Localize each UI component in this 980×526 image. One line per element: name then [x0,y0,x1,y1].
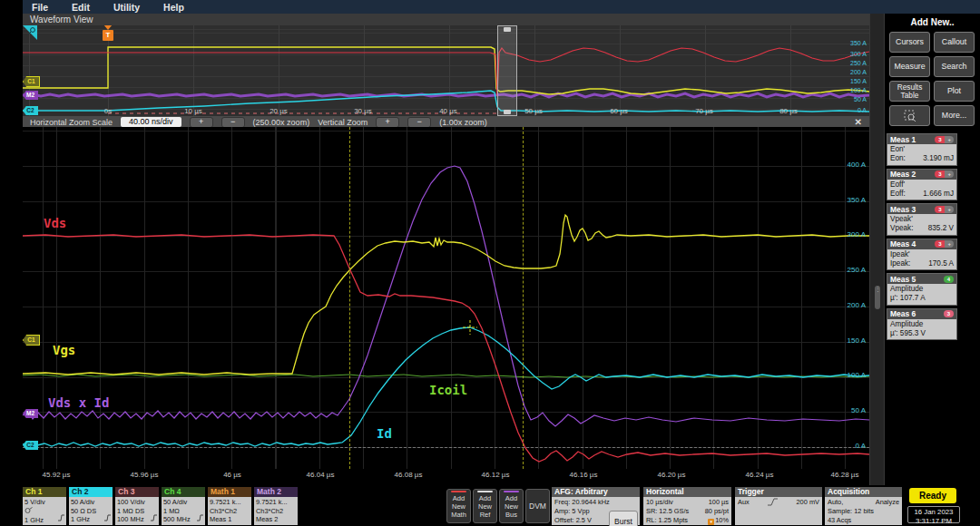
zoom-close-icon[interactable]: ✕ [855,117,862,127]
results-table-button[interactable]: Results Table [889,81,930,102]
zoom-select-icon [904,110,916,122]
acquisition-panel[interactable]: Acquisition Auto,Analyze Sample: 12 bits… [825,487,902,525]
measure-button[interactable]: Measure [889,56,930,77]
trigger-panel[interactable]: Trigger Aux 200 mV [735,487,822,525]
meas-value: 835.2 V [928,224,954,233]
main-y-label: 0 A [829,442,866,450]
ch-name: Math 2 [254,487,298,497]
menu-utility[interactable]: Utility [113,2,140,13]
overview-vgs-trace [23,47,869,94]
meas-source-pill[interactable]: 3 [944,310,954,317]
overview-zoom-icon[interactable] [23,25,37,40]
ch-scale: 50 A/div [163,498,203,507]
add-new-math-button[interactable]: Add New Math [446,489,471,523]
meas-source-pill[interactable]: 3+ [935,206,954,213]
math2-badge[interactable]: Math 2 9.7521 k... Ch3*Ch2 Meas 2 [254,487,298,525]
ch4-badge[interactable]: Ch 4 50 A/div 1 MΩ 500 MHz [162,487,205,525]
burst-button[interactable]: Burst [609,511,638,526]
meas-6-badge[interactable]: Meas 6 3 Amplitude µ': 595.3 V [887,308,957,341]
meas-5-badge[interactable]: Meas 5 4 Amplitude µ': 107.7 A [887,273,957,306]
vds-x-id-trace-label: Vds x Id [48,395,109,410]
cursor-b-line[interactable] [523,127,524,469]
meas-line1: Ipeak' [890,250,954,259]
ch-scale: 5 V/div [24,498,64,507]
zoom-window-handle[interactable] [497,25,517,116]
meas-value: 107.7 A [900,294,926,302]
math-expression: Ch3*Ch2 [210,507,250,516]
afg-panel[interactable]: AFG: Arbitrary Freq: 20.9644 kHz Amp: 5 … [552,487,640,525]
meas-name: Meas 2 [890,170,916,179]
meas-1-badge[interactable]: Meas 1 3+ Eon' Eon:3.190 mJ [887,133,957,166]
more-button[interactable]: More... [934,105,975,126]
vzoom-plus-button[interactable]: + [376,117,399,128]
meas-source-pill[interactable]: 3+ [935,170,954,178]
menu-file[interactable]: File [32,2,48,13]
vgs-trace-label: Vgs [53,343,75,357]
trigger-title: Trigger [735,487,822,497]
ch2-badge[interactable]: Ch 2 50 A/div 50 Ω DS 1 GHz [69,487,113,525]
bandwidth-limit-icon [103,514,112,524]
dvm-button[interactable]: DVM [525,489,550,523]
overview-x-label: 40 µs [430,107,466,115]
add-new-bus-button[interactable]: Add New Bus [499,489,524,523]
ch3-badge[interactable]: Ch 3 100 V/div 1 MΩ DS 100 MHz [115,487,159,525]
zoom-select-button[interactable] [889,105,930,126]
trigger-marker[interactable]: T [103,30,113,41]
hzoom-scale-input[interactable]: 40.00 ns/div [121,117,181,127]
divider-drag-handle[interactable]: ⋮ [875,286,880,309]
meas-name: Meas 1 [890,135,916,144]
ch-scale: 50 A/div [71,498,111,507]
trigger-level: 200 mV [797,498,819,509]
main-y-label: 200 A [829,301,866,309]
math-scale: 9.7521 k... [210,498,250,507]
overview-y-label: 100 A [850,87,867,94]
dvm-label: DVM [529,502,546,511]
overview-vds-trace [23,48,869,96]
main-x-label: 46 µs [208,471,257,479]
trigger-source: Aux [738,498,750,509]
math1-badge[interactable]: Math 1 9.7521 k... Ch3*Ch2 Meas 1 [208,487,251,525]
sample-rate: SR: 12.5 GS/s [646,507,689,516]
hzoom-minus-button[interactable]: − [221,117,245,128]
acq-mode: Auto, [828,498,843,507]
hzoom-label: Horizontal Zoom Scale [30,118,113,127]
math-source: Meas 2 [256,515,296,524]
add-new-grid: Cursors Callout Measure Search Results T… [885,27,980,126]
meas-value: 1.666 mJ [923,190,954,199]
menu-help[interactable]: Help [163,2,184,13]
menu-edit[interactable]: Edit [72,2,90,13]
measurement-list: Meas 1 3+ Eon' Eon:3.190 mJ Meas 2 3+ Eo… [885,133,980,340]
plot-button[interactable]: Plot [934,81,975,102]
meas-source-pill[interactable]: 3+ [935,240,954,248]
math-source: Meas 1 [210,515,250,524]
peak-crosshair-cursor[interactable] [463,320,477,335]
main-x-label: 45.96 µs [120,471,169,479]
horizontal-panel[interactable]: Horizontal 10 µs/div100 µs SR: 12.5 GS/s… [643,487,731,525]
add-new-ref-button[interactable]: Add New Ref [473,489,497,523]
overview-plot: T C1 M2 C2 350 A 300 A 250 A 200 A 150 A… [23,25,869,116]
ch-name: Ch 4 [162,487,205,497]
ch1-badge[interactable]: Ch 1 5 V/div 1 GHz [23,487,66,525]
afg-amp: Amp: 5 Vpp [554,507,611,516]
math-expression: Ch3*Ch2 [256,507,296,516]
meas-3-badge[interactable]: Meas 3 3+ Vpeak' Vpeak:835.2 V [887,203,957,236]
cursor-a-line[interactable] [349,127,350,469]
acquisition-title: Acquisition [825,487,902,497]
meas-2-badge[interactable]: Meas 2 3+ Eoff' Eoff:1.666 mJ [887,169,957,201]
overview-x-label: 60 µs [601,107,637,115]
meas-value: 595.3 V [900,329,926,337]
meas-line1: Eon' [890,145,954,154]
meas-4-badge[interactable]: Meas 4 3+ Ipeak' Ipeak:170.5 A [887,239,957,271]
hzoom-plus-button[interactable]: + [190,117,213,128]
meas-line1: Vpeak' [890,215,954,224]
callout-button[interactable]: Callout [934,32,975,53]
main-x-label: 46.04 µs [296,471,345,479]
right-panel: Add New.. Cursors Callout Measure Search… [885,14,980,485]
meas-source-pill[interactable]: 4 [944,276,954,283]
main-waveform-plot: Vds Vgs Vds x Id Icoil Id C1 M2 C2 400 A… [23,127,869,469]
cursors-button[interactable]: Cursors [889,32,930,53]
search-button[interactable]: Search [934,56,975,77]
meas-source-pill[interactable]: 3+ [935,136,954,143]
vzoom-minus-button[interactable]: − [407,117,431,128]
oscilloscope-screen: File Edit Utility Help Waveform View T C… [0,0,980,526]
